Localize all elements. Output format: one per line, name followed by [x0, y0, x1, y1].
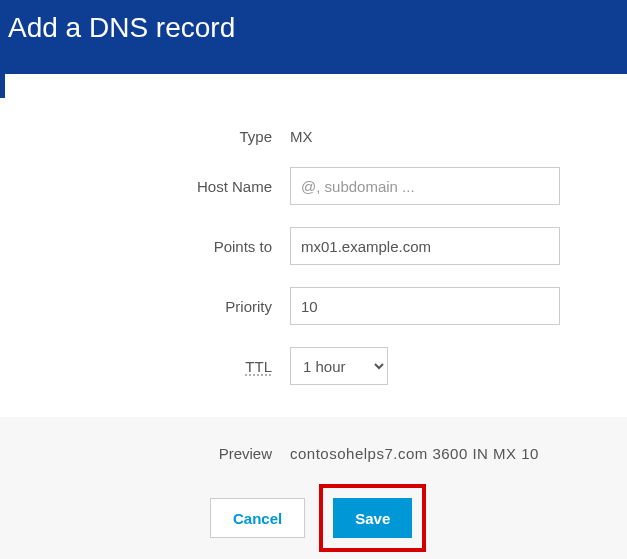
ttl-row: TTL 1 hour: [30, 347, 597, 385]
priority-label: Priority: [30, 298, 290, 315]
hostname-label: Host Name: [30, 178, 290, 195]
preview-label: Preview: [30, 445, 290, 462]
ttl-select[interactable]: 1 hour: [290, 347, 388, 385]
type-value: MX: [290, 128, 313, 145]
hostname-input[interactable]: [290, 167, 560, 205]
save-highlight: Save: [319, 484, 426, 552]
active-tab-indicator: [0, 74, 5, 98]
button-row: Cancel Save: [30, 484, 597, 552]
save-button[interactable]: Save: [333, 498, 412, 538]
dns-form: Type MX Host Name Points to Priority TTL…: [0, 98, 627, 417]
type-row: Type MX: [30, 128, 597, 145]
dialog-title: Add a DNS record: [8, 12, 235, 43]
type-label: Type: [30, 128, 290, 145]
dialog-header: Add a DNS record: [0, 0, 627, 74]
preview-value: contosohelps7.com 3600 IN MX 10: [290, 445, 539, 462]
ttl-label: TTL: [30, 358, 290, 375]
priority-row: Priority: [30, 287, 597, 325]
preview-row: Preview contosohelps7.com 3600 IN MX 10: [30, 445, 597, 462]
pointsto-row: Points to: [30, 227, 597, 265]
priority-input[interactable]: [290, 287, 560, 325]
cancel-button[interactable]: Cancel: [210, 498, 305, 538]
hostname-row: Host Name: [30, 167, 597, 205]
pointsto-label: Points to: [30, 238, 290, 255]
pointsto-input[interactable]: [290, 227, 560, 265]
dialog-footer: Preview contosohelps7.com 3600 IN MX 10 …: [0, 417, 627, 559]
